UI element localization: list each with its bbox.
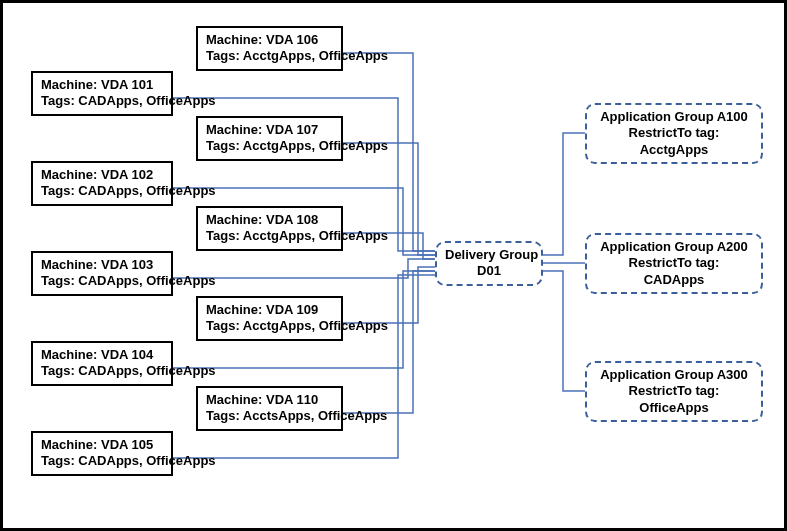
application-group-a200: Application Group A200 RestrictTo tag: C… bbox=[585, 233, 763, 294]
application-group-a300: Application Group A300 RestrictTo tag: O… bbox=[585, 361, 763, 422]
machine-tags: CADApps, OfficeApps bbox=[78, 93, 215, 108]
application-group-a100: Application Group A100 RestrictTo tag: A… bbox=[585, 103, 763, 164]
vda-machine-105: Machine: VDA 105 Tags: CADApps, OfficeAp… bbox=[31, 431, 173, 476]
vda-machine-110: Machine: VDA 110 Tags: AcctsApps, Office… bbox=[196, 386, 343, 431]
machine-label-prefix: Machine: bbox=[41, 77, 101, 92]
delivery-group-title: Delivery Group bbox=[445, 247, 533, 263]
delivery-group-id: D01 bbox=[445, 263, 533, 279]
vda-machine-108: Machine: VDA 108 Tags: AcctgApps, Office… bbox=[196, 206, 343, 251]
vda-machine-101: Machine: VDA 101 Tags: CADApps, OfficeAp… bbox=[31, 71, 173, 116]
app-group-restrict-label: RestrictTo tag: bbox=[595, 125, 753, 141]
delivery-group: Delivery Group D01 bbox=[435, 241, 543, 286]
machine-name: VDA 101 bbox=[101, 77, 153, 92]
app-group-restrict-value: AcctgApps bbox=[595, 142, 753, 158]
vda-machine-103: Machine: VDA 103 Tags: CADApps, OfficeAp… bbox=[31, 251, 173, 296]
vda-machine-104: Machine: VDA 104 Tags: CADApps, OfficeAp… bbox=[31, 341, 173, 386]
vda-machine-102: Machine: VDA 102 Tags: CADApps, OfficeAp… bbox=[31, 161, 173, 206]
vda-machine-106: Machine: VDA 106 Tags: AcctgApps, Office… bbox=[196, 26, 343, 71]
vda-machine-107: Machine: VDA 107 Tags: AcctgApps, Office… bbox=[196, 116, 343, 161]
vda-machine-109: Machine: VDA 109 Tags: AcctgApps, Office… bbox=[196, 296, 343, 341]
tags-label-prefix: Tags: bbox=[41, 93, 78, 108]
diagram-canvas: Machine: VDA 101 Tags: CADApps, OfficeAp… bbox=[0, 0, 787, 531]
app-group-name: Application Group A100 bbox=[595, 109, 753, 125]
